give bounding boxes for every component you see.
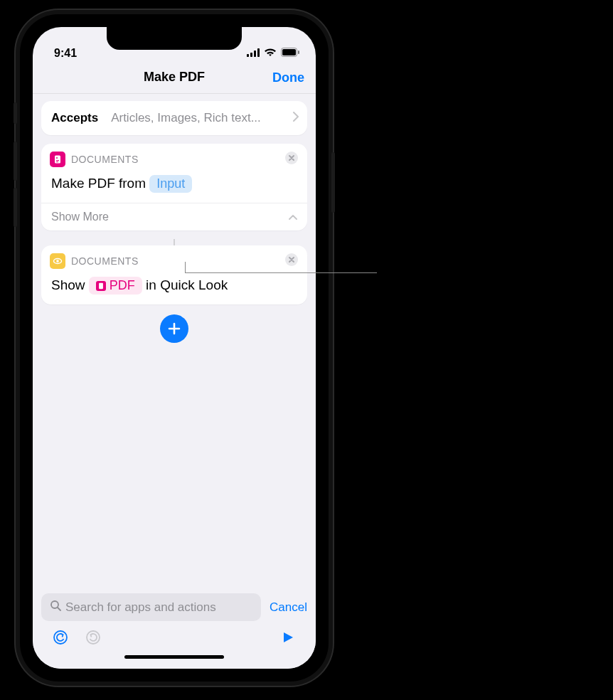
action-text-suffix: in Quick Look [146, 277, 228, 292]
documents-icon [50, 152, 65, 167]
editor-content: Accepts Articles, Images, Rich text... D… [33, 94, 316, 588]
bottom-panel: Search for apps and actions Cancel [33, 588, 316, 669]
show-more-button[interactable]: Show More [41, 203, 307, 230]
iphone-frame: 9:41 Make PDF Done [16, 10, 333, 686]
home-indicator [124, 655, 224, 659]
cellular-icon [247, 47, 260, 60]
page-title: Make PDF [144, 70, 205, 85]
svg-point-18 [54, 631, 67, 644]
add-action-button[interactable] [160, 314, 188, 343]
chevron-right-icon [293, 111, 299, 125]
svg-point-8 [56, 157, 58, 159]
undo-button[interactable] [53, 630, 68, 645]
accepts-row[interactable]: Accepts Articles, Images, Rich text... [41, 101, 307, 135]
svg-rect-0 [247, 54, 249, 57]
svg-rect-2 [254, 51, 256, 57]
svg-rect-3 [257, 48, 260, 57]
accepts-value: Articles, Images, Rich text... [111, 111, 289, 125]
run-button[interactable] [280, 630, 296, 645]
done-button[interactable]: Done [272, 70, 304, 85]
search-placeholder: Search for apps and actions [65, 600, 216, 615]
svg-line-17 [58, 608, 60, 610]
svg-rect-6 [298, 51, 299, 54]
delete-action-button[interactable] [284, 253, 299, 270]
toolbar [41, 621, 307, 652]
action-category: DOCUMENTS [71, 154, 139, 165]
svg-rect-15 [99, 282, 103, 288]
svg-rect-1 [250, 53, 252, 57]
delete-action-button[interactable] [284, 151, 299, 168]
chevron-down-icon [289, 211, 297, 223]
redo-button [85, 630, 101, 645]
action-quick-look[interactable]: DOCUMENTS Show PDF in Quic [41, 245, 307, 304]
volume-down-button [14, 188, 17, 227]
power-button [331, 152, 335, 213]
svg-point-13 [56, 260, 59, 262]
search-input[interactable]: Search for apps and actions [41, 593, 261, 621]
nav-bar: Make PDF Done [33, 61, 316, 94]
svg-rect-9 [56, 160, 59, 161]
quicklook-icon [50, 253, 65, 269]
svg-point-19 [87, 631, 100, 644]
accepts-label: Accepts [51, 111, 98, 125]
action-text-prefix: Show [51, 277, 85, 292]
screen: 9:41 Make PDF Done [33, 27, 316, 669]
cancel-button[interactable]: Cancel [270, 600, 307, 615]
input-token[interactable]: Input [149, 175, 192, 193]
svg-rect-10 [56, 161, 58, 162]
mute-switch [14, 102, 17, 124]
action-make-pdf[interactable]: DOCUMENTS Make PDF from Input Show More [41, 144, 307, 230]
battery-icon [281, 47, 300, 60]
action-text-prefix: Make PDF from [51, 176, 146, 191]
action-category: DOCUMENTS [71, 255, 139, 267]
notch [107, 27, 242, 50]
status-time: 9:41 [54, 47, 77, 60]
pdf-token-icon [96, 281, 106, 291]
search-icon [50, 600, 61, 615]
wifi-icon [264, 47, 277, 60]
svg-rect-5 [282, 49, 296, 55]
volume-up-button [14, 142, 17, 181]
pdf-token[interactable]: PDF [89, 277, 142, 295]
